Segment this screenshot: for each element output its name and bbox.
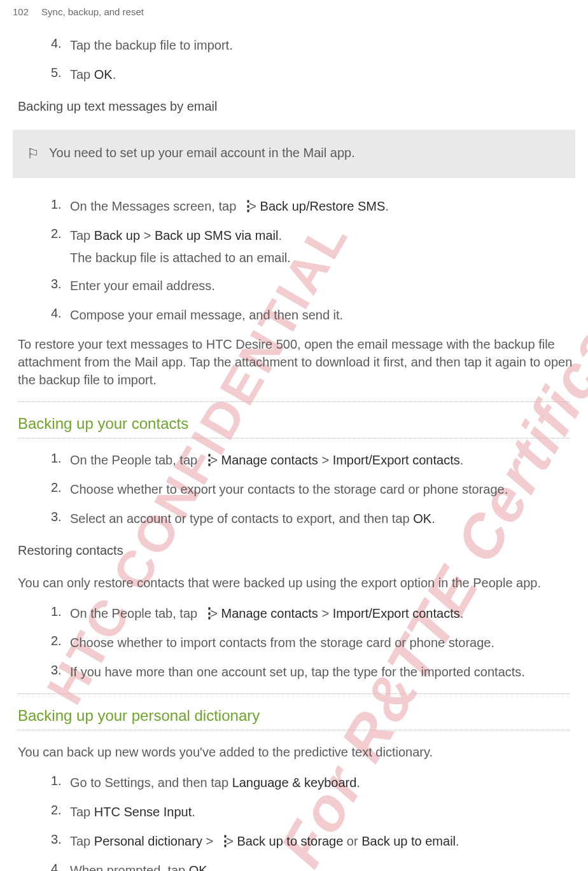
step-number: 3.	[51, 277, 70, 295]
step-number: 1.	[51, 604, 70, 622]
text-part: .	[113, 67, 116, 81]
step-item: 5. Tap OK.	[13, 66, 575, 83]
menu-icon	[241, 202, 244, 213]
step-text: Tap Back up > Back up SMS via mail.	[70, 226, 282, 244]
section-title: Backing up your contacts	[18, 415, 575, 433]
step-text: Tap HTC Sense Input.	[70, 803, 195, 821]
text-bold: Manage contacts	[221, 606, 318, 620]
step-item: 1. On the People tab, tap > Manage conta…	[13, 451, 575, 469]
step-number: 2.	[51, 480, 70, 498]
step-item: 2. Choose whether to export your contact…	[13, 480, 575, 498]
step-text: Tap OK.	[70, 66, 116, 83]
step-text: On the People tab, tap > Manage contacts…	[70, 451, 463, 469]
text-part: On the People tab, tap	[70, 606, 201, 620]
step-item: 2. Choose whether to import contacts fro…	[13, 634, 575, 652]
text-part: .	[460, 606, 464, 620]
text-part: >	[318, 606, 333, 620]
step-text: Enter your email address.	[70, 277, 215, 295]
text-part: or	[343, 834, 361, 848]
step-item: 2. Tap HTC Sense Input.	[13, 803, 575, 821]
step-text: Choose whether to export your contacts t…	[70, 480, 508, 498]
text-bold: OK	[94, 67, 113, 81]
section-title: Backing up your personal dictionary	[18, 707, 575, 725]
flag-icon: ⚐	[25, 146, 39, 162]
step-text: On the Messages screen, tap > Back up/Re…	[70, 197, 389, 215]
text-bold: Import/Export contacts	[333, 453, 460, 467]
text-bold: OK	[189, 863, 207, 871]
text-part: .	[278, 228, 282, 242]
text-bold: Language & keyboard	[232, 776, 357, 790]
text-bold: OK	[413, 512, 431, 526]
text-bold: Back up to email	[361, 834, 456, 848]
step-item: 1. On the People tab, tap > Manage conta…	[13, 604, 575, 622]
step-text: Choose whether to import contacts from t…	[70, 634, 494, 652]
step-number: 3.	[51, 510, 70, 527]
step-item: 3. Enter your email address.	[13, 277, 575, 295]
step-item: 3. Tap Personal dictionary > > Back up t…	[13, 832, 575, 850]
step-number: 4.	[51, 36, 70, 54]
text-part: .	[356, 776, 360, 790]
divider	[18, 438, 570, 438]
step-number: 3.	[51, 663, 70, 681]
note-box: ⚐ You need to set up your email account …	[13, 130, 575, 178]
text-bold: HTC Sense Input	[94, 805, 192, 819]
step-number: 2.	[51, 803, 70, 821]
text-part: .	[456, 834, 459, 848]
divider	[18, 401, 570, 402]
step-subtext: The backup file is attached to an email.	[13, 251, 575, 265]
section-name: Sync, backup, and reset	[41, 6, 144, 17]
menu-icon	[218, 837, 221, 848]
divider	[18, 730, 570, 730]
step-item: 1. On the Messages screen, tap > Back up…	[13, 197, 575, 215]
section-subtitle: Backing up text messages by email	[13, 99, 575, 114]
step-text: Tap Personal dictionary > > Back up to s…	[70, 832, 459, 850]
step-text: If you have more than one account set up…	[70, 663, 525, 681]
step-text: Select an account or type of contacts to…	[70, 510, 435, 527]
paragraph: To restore your text messages to HTC Des…	[13, 335, 575, 389]
step-text: Go to Settings, and then tap Language & …	[70, 774, 360, 791]
step-number: 1.	[51, 774, 70, 791]
step-item: 4. Compose your email message, and then …	[13, 306, 575, 324]
step-number: 1.	[51, 197, 70, 215]
text-part: On the People tab, tap	[70, 453, 201, 467]
text-part: On the Messages screen, tap	[70, 199, 240, 213]
text-part: .	[207, 863, 211, 871]
step-text: Tap the backup file to import.	[70, 36, 233, 54]
step-number: 2.	[51, 226, 70, 244]
divider	[18, 693, 570, 694]
step-text: On the People tab, tap > Manage contacts…	[70, 604, 463, 622]
step-item: 4. Tap the backup file to import.	[13, 36, 575, 54]
step-item: 2. Tap Back up > Back up SMS via mail.	[13, 226, 575, 244]
text-part: >	[202, 834, 217, 848]
page-number: 102	[13, 6, 29, 17]
text-part: .	[431, 512, 435, 526]
text-part: .	[385, 199, 389, 213]
step-number: 4.	[51, 306, 70, 324]
step-number: 2.	[51, 634, 70, 652]
text-bold: Back up to storage	[237, 834, 344, 848]
text-part: Tap	[70, 228, 94, 242]
step-item: 3. Select an account or type of contacts…	[13, 510, 575, 527]
text-bold: Back up/Restore SMS	[260, 199, 386, 213]
step-number: 4.	[51, 861, 70, 871]
page-header: 102 Sync, backup, and reset	[13, 6, 575, 17]
step-item: 4. When prompted, tap OK.	[13, 861, 575, 871]
note-text: You need to set up your email account in…	[49, 146, 355, 160]
text-part: Tap	[70, 805, 94, 819]
text-bold: Back up SMS via mail	[155, 228, 279, 242]
menu-icon	[202, 609, 206, 620]
step-number: 3.	[51, 832, 70, 850]
step-text: When prompted, tap OK.	[70, 861, 211, 871]
text-part: Go to Settings, and then tap	[70, 776, 232, 790]
step-number: 1.	[51, 451, 70, 469]
step-text: Compose your email message, and then sen…	[70, 306, 343, 324]
paragraph: You can only restore contacts that were …	[13, 574, 575, 592]
step-item: 3. If you have more than one account set…	[13, 663, 575, 681]
step-number: 5.	[51, 66, 70, 83]
text-part: .	[460, 453, 464, 467]
text-part: >	[140, 228, 155, 242]
menu-icon	[202, 456, 206, 467]
text-part: .	[192, 805, 195, 819]
text-part: Tap	[70, 834, 94, 848]
text-part: Tap	[70, 67, 94, 81]
